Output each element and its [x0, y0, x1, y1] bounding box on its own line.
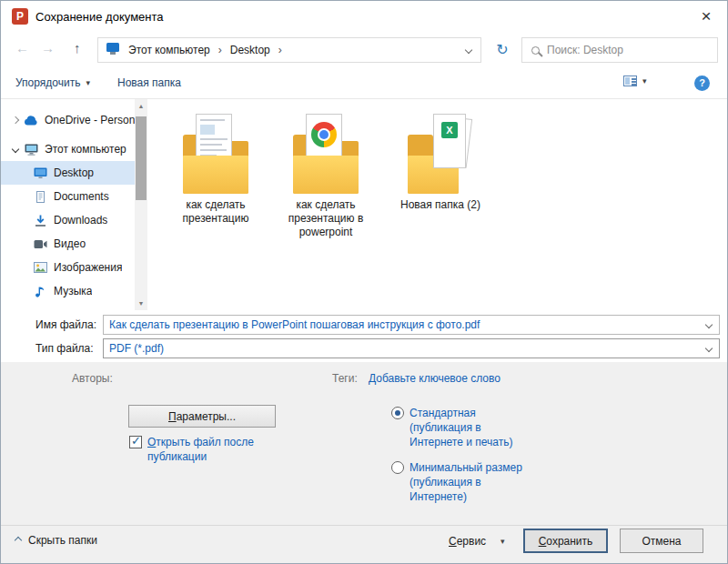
navigation-pane: OneDrive - Person Этот компьютер Desktop… — [1, 99, 148, 310]
title-bar: P Сохранение документа × — [1, 1, 727, 32]
desktop-monitor-icon — [32, 167, 48, 179]
sidebar-item-label: Этот компьютер — [45, 143, 126, 156]
tools-label: Сервис — [449, 535, 486, 548]
radio-standard-quality[interactable]: Стандартная (публикация в Интернете и пе… — [391, 406, 535, 449]
filename-input[interactable] — [104, 316, 706, 334]
this-pc-icon — [102, 43, 124, 57]
folder-with-chrome-file-icon — [289, 114, 362, 196]
open-after-publish-checkbox[interactable]: ✓ Открыть файл после публикации — [129, 435, 279, 464]
music-icon — [32, 286, 48, 297]
command-toolbar: Упорядочить ▾ Новая папка ▾ ? — [1, 68, 727, 99]
collapse-chevron-icon[interactable] — [8, 146, 23, 152]
authors-label: Авторы: — [72, 372, 113, 385]
chrome-logo-icon — [311, 122, 337, 147]
checkbox-label: Открыть файл после публикации — [147, 435, 279, 464]
help-icon[interactable]: ? — [694, 76, 710, 91]
radio-label: Стандартная (публикация в Интернете и пе… — [410, 406, 535, 449]
close-icon[interactable]: × — [694, 5, 718, 28]
sidebar-item-label: Desktop — [54, 166, 94, 179]
file-tile-new-folder-2[interactable]: X Новая папка (2) — [390, 114, 490, 212]
refresh-icon[interactable]: ↻ — [489, 37, 516, 63]
breadcrumb: Этот компьютер › Desktop › — [97, 37, 481, 63]
scrollbar-thumb[interactable] — [136, 116, 147, 200]
organize-button[interactable]: Упорядочить ▾ — [15, 76, 90, 89]
file-name: как сделать презентацию в powerpoint — [276, 198, 376, 239]
filetype-value: PDF (*.pdf) — [104, 342, 706, 355]
dropdown-triangle-icon: ▾ — [500, 537, 505, 546]
file-name: Новая папка (2) — [390, 198, 490, 212]
tools-dropdown[interactable]: Сервис ▾ — [449, 535, 505, 548]
chevron-down-icon[interactable] — [705, 321, 713, 328]
checkbox-box: ✓ — [129, 436, 142, 448]
folder-with-excel-file-icon: X — [404, 114, 477, 196]
downloads-icon — [32, 215, 48, 227]
sidebar-item-label: Видео — [54, 237, 86, 250]
sidebar-item-label: Изображения — [54, 261, 122, 274]
change-view-button[interactable]: ▾ — [623, 76, 647, 86]
videos-icon — [32, 239, 48, 249]
chevron-down-icon — [705, 345, 713, 352]
details-pane — [1, 362, 727, 563]
file-tile-presentation-folder[interactable]: как сделать презентацию — [166, 114, 266, 226]
organize-label: Упорядочить — [15, 76, 80, 89]
view-mode-icon — [623, 76, 637, 86]
scroll-down-icon[interactable]: ▼ — [135, 297, 147, 310]
up-icon[interactable]: ↑ — [74, 40, 81, 55]
radio-button-selected — [391, 407, 404, 419]
sidebar-item-label: Музыка — [54, 285, 92, 297]
file-name: как сделать презентацию — [166, 198, 266, 226]
search-icon — [531, 46, 540, 55]
dropdown-triangle-icon: ▾ — [642, 76, 647, 86]
chevron-up-icon — [15, 537, 22, 544]
sidebar-item-music[interactable]: Музыка — [1, 279, 136, 303]
sidebar-item-pictures[interactable]: Изображения — [1, 256, 136, 279]
breadcrumb-separator-icon[interactable]: › — [275, 44, 286, 56]
dropdown-triangle-icon: ▾ — [86, 78, 90, 87]
tags-label: Теги: — [332, 372, 358, 385]
radio-button — [391, 461, 404, 474]
footer-divider — [1, 525, 727, 526]
excel-icon: X — [441, 122, 458, 138]
forward-icon[interactable]: → — [41, 40, 55, 55]
pictures-icon — [32, 262, 48, 273]
filetype-select[interactable]: PDF (*.pdf) — [103, 338, 720, 358]
cancel-button[interactable]: Отмена — [620, 529, 703, 553]
hide-folders-button[interactable]: Скрыть папки — [15, 534, 97, 547]
navigation-bar: ← → ↑ Этот компьютер › Desktop › ↻ — [1, 32, 727, 68]
new-folder-button[interactable]: Новая папка — [117, 76, 181, 89]
powerpoint-app-icon: P — [12, 8, 28, 25]
sidebar-item-label: Downloads — [54, 214, 107, 227]
search-box — [521, 37, 718, 63]
sidebar-item-videos[interactable]: Видео — [1, 232, 136, 256]
window-title: Сохранение документа — [35, 10, 164, 24]
computer-icon — [23, 144, 39, 156]
sidebar-item-onedrive[interactable]: OneDrive - Person — [1, 108, 136, 132]
file-list-area: как сделать презентацию как сделать през… — [148, 99, 727, 310]
breadcrumb-separator-icon[interactable]: › — [215, 44, 226, 56]
sidebar-item-downloads[interactable]: Downloads — [1, 208, 136, 232]
add-tag-link[interactable]: Добавьте ключевое слово — [369, 372, 500, 385]
expand-chevron-icon[interactable] — [8, 117, 23, 123]
sidebar-item-this-pc[interactable]: Этот компьютер — [1, 137, 136, 161]
save-button[interactable]: Сохранить — [523, 529, 608, 553]
folder-with-document-icon — [179, 114, 252, 196]
back-icon[interactable]: ← — [15, 40, 29, 55]
sidebar-item-documents[interactable]: Documents — [1, 185, 136, 208]
address-dropdown-chevron-icon[interactable] — [465, 46, 472, 54]
filename-label: Имя файла: — [35, 318, 96, 331]
new-folder-label: Новая папка — [117, 76, 181, 89]
breadcrumb-this-pc[interactable]: Этот компьютер — [124, 44, 215, 56]
hide-folders-label: Скрыть папки — [28, 534, 97, 547]
sidebar-scrollbar[interactable]: ▲ ▼ — [135, 99, 147, 310]
file-tile-powerpoint-folder[interactable]: как сделать презентацию в powerpoint — [276, 114, 376, 239]
sidebar-item-desktop[interactable]: Desktop — [1, 161, 136, 185]
search-input[interactable] — [547, 38, 717, 62]
breadcrumb-desktop[interactable]: Desktop — [226, 44, 275, 56]
sidebar-item-label: OneDrive - Person — [45, 114, 135, 126]
sidebar-item-label: Documents — [54, 190, 109, 203]
filename-combobox — [103, 315, 720, 335]
radio-minimum-size[interactable]: Минимальный размер (публикация в Интерне… — [391, 460, 535, 504]
scroll-up-icon[interactable]: ▲ — [135, 99, 147, 113]
save-dialog-window: P Сохранение документа × ← → ↑ Этот комп… — [0, 0, 728, 564]
options-button[interactable]: Параметры... — [128, 405, 276, 428]
